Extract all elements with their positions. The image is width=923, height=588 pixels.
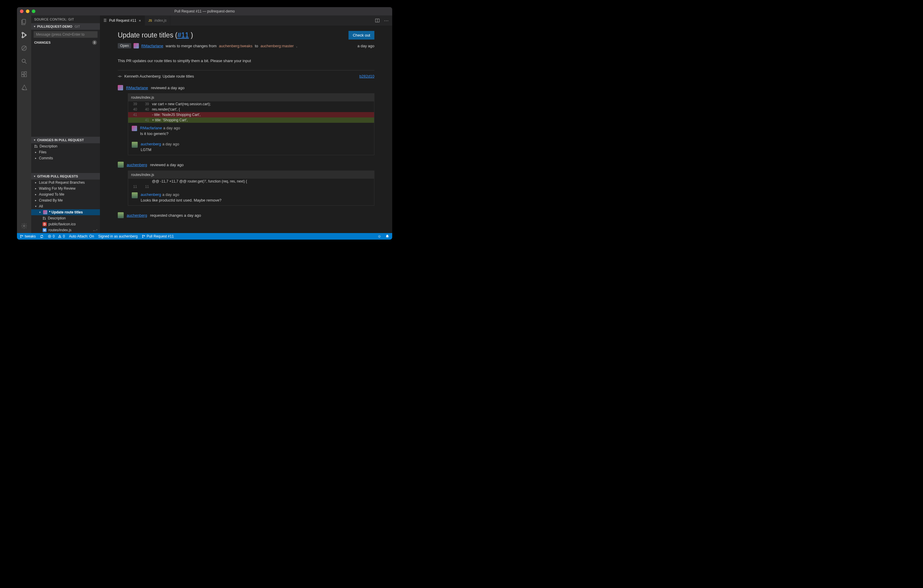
- svg-rect-8: [22, 72, 24, 74]
- tab-label: Pull Request #11: [109, 18, 136, 23]
- pr-files-item[interactable]: ▸Files: [31, 149, 100, 155]
- minimize-window[interactable]: [26, 10, 30, 13]
- svg-point-18: [45, 219, 46, 220]
- checkout-button[interactable]: Check out: [348, 31, 374, 39]
- diff-file-header[interactable]: routes/index.js: [128, 94, 374, 101]
- review-comment: auchenberga day agoLGTM: [128, 139, 374, 155]
- list-item-label: Assigned To Me: [39, 192, 64, 197]
- chevron-icon: ▸: [34, 187, 37, 190]
- problems-indicator[interactable]: 0 0: [48, 234, 65, 238]
- close-icon[interactable]: ×: [139, 18, 141, 23]
- deleted-icon: D: [43, 222, 47, 226]
- bell-icon[interactable]: [385, 234, 389, 238]
- diff-box: routes/index.js3939var cart = new Cart(r…: [128, 94, 374, 155]
- sync-button[interactable]: [40, 235, 44, 238]
- github-pr-header[interactable]: ▾ GITHUB PULL REQUESTS: [31, 173, 100, 179]
- diff-table: @@ -11,7 +11,7 @@ router.get('/', functi…: [128, 179, 374, 189]
- commit-message-input[interactable]: Message (press Cmd+Enter to: [34, 31, 97, 38]
- tab-indexjs[interactable]: JS index.js: [145, 15, 171, 26]
- changes-count: 0: [92, 40, 97, 45]
- reviewer-link[interactable]: RMacfarlane: [126, 85, 148, 90]
- tree-item[interactable]: Dpublic/favicon.ico: [31, 221, 100, 227]
- feedback-icon[interactable]: ☺: [378, 234, 381, 238]
- commit-sha-link[interactable]: b282d10: [359, 74, 374, 79]
- comment-author[interactable]: auchenberg: [141, 192, 161, 197]
- tab-label: index.js: [154, 18, 166, 23]
- chevron-icon: ▸: [34, 199, 37, 202]
- extensions-icon[interactable]: [20, 70, 28, 79]
- review-header: auchenbergreviewed a day ago: [118, 162, 374, 168]
- svg-point-24: [21, 235, 21, 236]
- tab-pull-request[interactable]: ☰ Pull Request #11 ×: [100, 15, 145, 26]
- svg-rect-11: [25, 72, 26, 74]
- debug-disabled-icon[interactable]: [20, 44, 28, 52]
- js-icon: JS: [148, 19, 152, 22]
- reviewer-link[interactable]: auchenberg: [126, 213, 147, 218]
- sidebar: SOURCE CONTROL: GIT ▾ PULLREQUEST-DEMO G…: [31, 15, 100, 233]
- tree-item[interactable]: ▸Assigned To Me: [31, 191, 100, 197]
- avatar: [43, 210, 47, 214]
- zoom-window[interactable]: [32, 10, 35, 13]
- review-verb: reviewed a day ago: [151, 85, 185, 90]
- avatar: [133, 43, 139, 48]
- tree-item[interactable]: ▾All: [31, 203, 100, 209]
- pr-indicator[interactable]: Pull Request #11: [142, 234, 174, 238]
- changes-row[interactable]: CHANGES 0: [31, 39, 100, 46]
- signed-in-indicator[interactable]: Signed in as auchenberg: [98, 234, 138, 238]
- avatar: [132, 126, 137, 131]
- author-link[interactable]: RMacfarlane: [141, 44, 163, 48]
- list-item-label: public/favicon.ico: [48, 222, 76, 226]
- close-window[interactable]: [20, 10, 23, 13]
- list-item-label: Created By Me: [39, 198, 63, 202]
- tree-item[interactable]: Description: [31, 215, 100, 221]
- repo-name: PULLREQUEST-DEMO: [37, 25, 72, 28]
- tree-item[interactable]: ▸Local Pull Request Branches: [31, 179, 100, 186]
- changes-in-pr-header[interactable]: ▾ CHANGES IN PULL REQUEST: [31, 137, 100, 143]
- chevron-right-icon: ▸: [34, 157, 37, 159]
- pr-content: Update route titles (#11 ) Check out Ope…: [100, 26, 392, 233]
- diff-file-header[interactable]: routes/index.js: [128, 171, 374, 179]
- pr-number-link[interactable]: #11: [177, 31, 189, 39]
- avatar: [132, 192, 138, 198]
- avatar: [132, 142, 138, 148]
- comment-author[interactable]: RMacfarlane: [140, 126, 162, 130]
- split-editor-icon[interactable]: [375, 18, 380, 23]
- comment-text: LGTM: [141, 148, 179, 152]
- tree-item-selected[interactable]: ▾* Update route titles: [31, 209, 100, 215]
- editor-area: ☰ Pull Request #11 × JS index.js ⋯ Updat…: [100, 15, 392, 233]
- branch-indicator[interactable]: tweaks: [20, 234, 36, 238]
- pr-icon: [43, 217, 46, 220]
- titlebar[interactable]: Pull Request #11 — pullrequest-demo: [17, 7, 392, 15]
- repo-header[interactable]: ▾ PULLREQUEST-DEMO GIT: [31, 23, 100, 30]
- changes-in-pr-label: CHANGES IN PULL REQUEST: [37, 138, 84, 142]
- traffic-lights: [20, 10, 35, 13]
- github-pr-tree: ▸Local Pull Request Branches▸Waiting For…: [31, 179, 100, 233]
- svg-rect-10: [25, 75, 26, 77]
- gear-icon[interactable]: [20, 222, 28, 230]
- files-icon[interactable]: [20, 18, 28, 26]
- modified-icon: M: [43, 228, 47, 232]
- more-icon[interactable]: ⋯: [384, 18, 389, 23]
- review-verb: requested changes a day ago: [150, 213, 201, 218]
- review-comment: auchenberga day agoLooks like productId …: [128, 189, 374, 205]
- commit-line: Kenneth Auchenberg: Update route titles …: [118, 74, 374, 79]
- avatar: [118, 162, 124, 168]
- window-body: SOURCE CONTROL: GIT ▾ PULLREQUEST-DEMO G…: [17, 15, 392, 233]
- chevron-icon: ▸: [34, 193, 37, 196]
- list-item-label: Files: [39, 150, 46, 154]
- tree-item[interactable]: ▸Waiting For My Review: [31, 186, 100, 191]
- pr-changes-tree: Description ▸Files ▸Commits: [31, 143, 100, 161]
- svg-rect-9: [22, 75, 24, 77]
- comment-author[interactable]: auchenberg: [141, 142, 161, 146]
- azure-icon[interactable]: [20, 83, 28, 92]
- commit-icon: [118, 74, 122, 79]
- pr-commits-item[interactable]: ▸Commits: [31, 155, 100, 161]
- auto-attach-indicator[interactable]: Auto Attach: On: [69, 234, 94, 238]
- tree-item[interactable]: ▸Created By Me: [31, 197, 100, 203]
- tree-item[interactable]: Mroutes/index.js₊₋⁺: [31, 227, 100, 233]
- source-control-icon[interactable]: [20, 31, 28, 39]
- pr-description-item[interactable]: Description: [31, 143, 100, 149]
- chevron-icon: ▸: [34, 181, 37, 184]
- search-icon[interactable]: [20, 57, 28, 66]
- reviewer-link[interactable]: auchenberg: [126, 163, 147, 167]
